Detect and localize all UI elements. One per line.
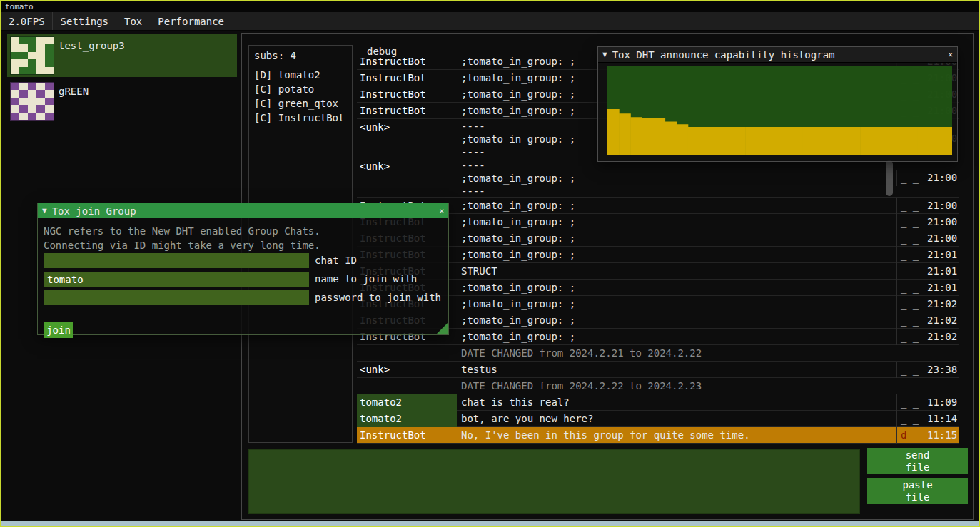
chat-row[interactable]: <unk>---- ;tomato_in_group: ; ----_ _21:… [357, 158, 959, 198]
message-timestamp: 21:02 [924, 296, 959, 312]
message-text: STRUCT [457, 263, 896, 280]
message-timestamp: 21:00 [924, 198, 959, 214]
histogram-window-title: Tox DHT announce capability histogram [612, 49, 944, 61]
group-item-test_group3[interactable]: test_group3 [7, 34, 237, 77]
message-author: <unk> [357, 119, 457, 135]
message-timestamp: 21:01 [924, 247, 959, 263]
join-button[interactable]: join [44, 322, 73, 338]
resize-grip[interactable] [437, 323, 448, 334]
app-window: tomato 2.0FPS Settings Tox Performance t… [0, 0, 980, 527]
send-file-label-line1: send [906, 449, 930, 461]
message-text: DATE CHANGED from 2024.2.21 to 2024.2.22 [457, 345, 896, 362]
dht-histogram-window: ▼ Tox DHT announce capability histogram … [597, 46, 958, 162]
message-status: _ _ [896, 247, 924, 263]
message-status: _ _ [896, 411, 924, 427]
chat-row[interactable]: <unk>testus_ _23:38 [357, 362, 959, 378]
sub-item-tomato2[interactable]: [D] tomato2 [254, 68, 347, 82]
compose-input[interactable] [248, 449, 860, 514]
message-timestamp: 21:02 [924, 312, 959, 329]
chat-row[interactable]: DATE CHANGED from 2024.2.22 to 2024.2.23 [357, 378, 959, 394]
message-status: _ _ [896, 170, 924, 186]
window-title-bar[interactable]: tomato [1, 1, 979, 12]
join-name-label: name to join with [315, 273, 417, 285]
paste-file-button[interactable]: paste file [867, 478, 968, 504]
group-name: test_group3 [59, 40, 125, 51]
message-author: InstructBot [357, 53, 457, 70]
close-icon[interactable]: ✕ [948, 47, 953, 62]
group-avatar [10, 82, 54, 121]
chat-row[interactable]: tomato2chat is this real?_ _11:09 [357, 394, 959, 411]
message-status: _ _ [896, 312, 924, 329]
message-text: No, I've been in this group for quite so… [457, 427, 896, 444]
chat-id-label: chat ID [315, 255, 357, 266]
histogram-plot [607, 66, 952, 155]
window-title: tomato [5, 2, 34, 11]
message-status: _ _ [896, 394, 924, 411]
join-window-title: Tox join Group [52, 205, 435, 217]
message-author: <unk> [357, 362, 457, 378]
join-name-input[interactable] [44, 272, 309, 287]
join-window-body: NGC refers to the New DHT enabled Group … [38, 218, 448, 334]
join-group-window: ▼ Tox join Group ✕ NGC refers to the New… [37, 203, 449, 335]
bottom-strip [1, 521, 979, 526]
message-text: DATE CHANGED from 2024.2.22 to 2024.2.23 [457, 378, 896, 394]
message-text: ;tomato_in_group: ; [457, 296, 896, 312]
menu-settings[interactable]: Settings [53, 12, 116, 30]
group-avatar [10, 36, 54, 75]
menu-bar: 2.0FPS Settings Tox Performance [1, 12, 979, 31]
join-title-bar[interactable]: ▼ Tox join Group ✕ [38, 203, 448, 218]
join-note-line2: Connecting via ID might take a very long… [44, 240, 320, 251]
message-status: _ _ [896, 263, 924, 280]
group-item-green[interactable]: gREEN [7, 80, 237, 123]
menu-tox[interactable]: Tox [116, 12, 150, 30]
menu-performance[interactable]: Performance [150, 12, 232, 30]
message-text: bot, are you new here? [457, 411, 896, 427]
message-timestamp: 11:09 [924, 394, 959, 411]
sub-item-potato[interactable]: [C] potato [254, 82, 347, 96]
message-text: chat is this real? [457, 394, 896, 411]
message-text: ;tomato_in_group: ; [457, 280, 896, 296]
chat-row[interactable]: tomato2bot, are you new here?_ _11:14 [357, 411, 959, 427]
message-text: ;tomato_in_group: ; [457, 247, 896, 263]
message-status: _ _ [896, 230, 924, 247]
message-text: ;tomato_in_group: ; [457, 312, 896, 329]
message-author: <unk> [357, 158, 457, 175]
paste-file-label-line2: file [906, 491, 930, 503]
chat-id-input[interactable] [44, 253, 309, 268]
collapse-icon[interactable]: ▼ [602, 47, 607, 62]
message-timestamp: 21:00 [924, 230, 959, 247]
send-file-button[interactable]: send file [867, 448, 968, 474]
sub-item-green_qtox[interactable]: [C] green_qtox [254, 96, 347, 111]
message-status: _ _ [896, 329, 924, 345]
subs-count: subs: 4 [254, 50, 347, 61]
message-text: ;tomato_in_group: ; [457, 214, 896, 230]
message-status: _ _ [896, 296, 924, 312]
message-author: tomato2 [357, 411, 457, 427]
message-timestamp: 11:14 [924, 411, 959, 427]
message-text: ---- ;tomato_in_group: ; ---- [457, 158, 896, 198]
fps-counter: 2.0FPS [1, 12, 53, 30]
chat-scrollbar[interactable] [886, 160, 893, 196]
message-timestamp: 21:02 [924, 329, 959, 345]
message-status: _ _ [896, 214, 924, 230]
message-timestamp: 21:00 [924, 170, 959, 186]
sub-item-instructbot[interactable]: [C] InstructBot [254, 111, 347, 125]
chat-row[interactable]: InstructBotNo, I've been in this group f… [357, 427, 959, 444]
message-timestamp: 23:38 [924, 362, 959, 378]
group-name: gREEN [59, 86, 89, 97]
histogram-title-bar[interactable]: ▼ Tox DHT announce capability histogram … [598, 47, 957, 63]
message-author: InstructBot [357, 86, 457, 103]
message-author: tomato2 [357, 394, 457, 411]
send-file-label-line2: file [906, 461, 930, 474]
message-status: _ _ [896, 362, 924, 378]
collapse-icon[interactable]: ▼ [42, 203, 47, 218]
message-timestamp: 21:00 [924, 214, 959, 230]
message-text: ;tomato_in_group: ; [457, 198, 896, 214]
chat-row[interactable]: DATE CHANGED from 2024.2.21 to 2024.2.22 [357, 345, 959, 362]
message-status: d [896, 427, 924, 444]
join-password-input[interactable] [44, 290, 309, 305]
message-author: InstructBot [357, 427, 457, 444]
message-status: _ _ [896, 198, 924, 214]
message-timestamp: 21:01 [924, 280, 959, 296]
close-icon[interactable]: ✕ [439, 203, 444, 218]
